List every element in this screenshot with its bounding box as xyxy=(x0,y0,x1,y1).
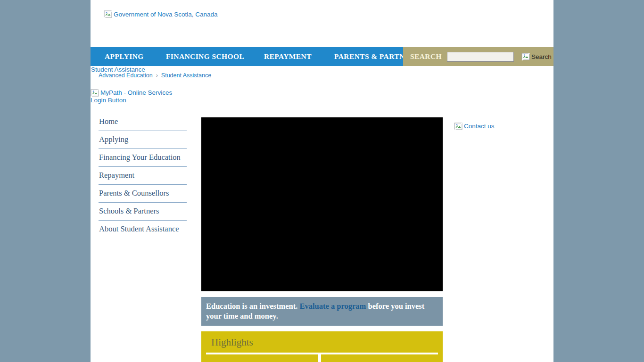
broken-image-icon xyxy=(104,10,113,18)
sidebar-item-applying[interactable]: Applying xyxy=(99,131,187,149)
breadcrumb-parent-link[interactable]: Advanced Education xyxy=(99,72,153,79)
search-bar: SEARCH Search xyxy=(403,47,553,66)
contact-us-link[interactable]: Contact us xyxy=(454,123,495,131)
content-area: Government of Nova Scotia, Canada APPLYI… xyxy=(91,0,553,362)
sidebar-item-home[interactable]: Home xyxy=(99,113,187,131)
video-player[interactable] xyxy=(201,117,443,291)
breadcrumb-separator: › xyxy=(156,72,158,79)
highlights-panel: Highlights xyxy=(201,331,443,362)
highlights-title: Highlights xyxy=(211,337,253,348)
sidebar-menu: Home Applying Financing Your Education R… xyxy=(99,113,187,238)
broken-image-icon xyxy=(521,53,531,61)
mypath-alt-text: MyPath - Online Services Login Button xyxy=(91,89,172,104)
sidebar-item-schools-partners[interactable]: Schools & Partners xyxy=(99,203,187,221)
evaluate-a-program-link[interactable]: Evaluate a program xyxy=(299,302,366,311)
page: Government of Nova Scotia, Canada APPLYI… xyxy=(0,0,644,362)
government-logo-link[interactable]: Government of Nova Scotia, Canada xyxy=(104,10,218,18)
sidebar-item-repayment[interactable]: Repayment xyxy=(99,167,187,185)
breadcrumb-current-link[interactable]: Student Assistance xyxy=(161,72,211,79)
government-logo-alt-text: Government of Nova Scotia, Canada xyxy=(114,10,218,18)
broken-image-icon xyxy=(454,123,463,131)
highlights-column-divider xyxy=(318,354,321,362)
breadcrumb: Advanced Education › Student Assistance xyxy=(99,72,211,79)
sidebar-item-financing-your-education[interactable]: Financing Your Education xyxy=(99,149,187,167)
broken-image-icon xyxy=(91,89,100,97)
sidebar-item-about-student-assistance[interactable]: About Student Assistance xyxy=(99,221,187,238)
search-submit-button[interactable]: Search xyxy=(521,53,552,61)
highlights-rule xyxy=(206,353,438,354)
search-label: SEARCH xyxy=(410,52,442,61)
banner-text-before: Education is an investment. xyxy=(206,302,299,311)
main-nav: APPLYING FINANCING SCHOOL REPAYMENT PARE… xyxy=(91,47,553,66)
search-input[interactable] xyxy=(447,52,514,62)
nav-item-financing-school[interactable]: FINANCING SCHOOL xyxy=(166,47,244,66)
nav-item-applying[interactable]: APPLYING xyxy=(105,47,144,66)
search-button-alt-text: Search xyxy=(531,53,552,60)
contact-us-alt-text: Contact us xyxy=(464,123,495,130)
investment-banner: Education is an investment. Evaluate a p… xyxy=(201,297,443,326)
mypath-login-button[interactable]: MyPath - Online Services Login Button xyxy=(91,89,189,104)
sidebar-item-parents-counsellors[interactable]: Parents & Counsellors xyxy=(99,185,187,203)
nav-item-repayment[interactable]: REPAYMENT xyxy=(264,47,312,66)
